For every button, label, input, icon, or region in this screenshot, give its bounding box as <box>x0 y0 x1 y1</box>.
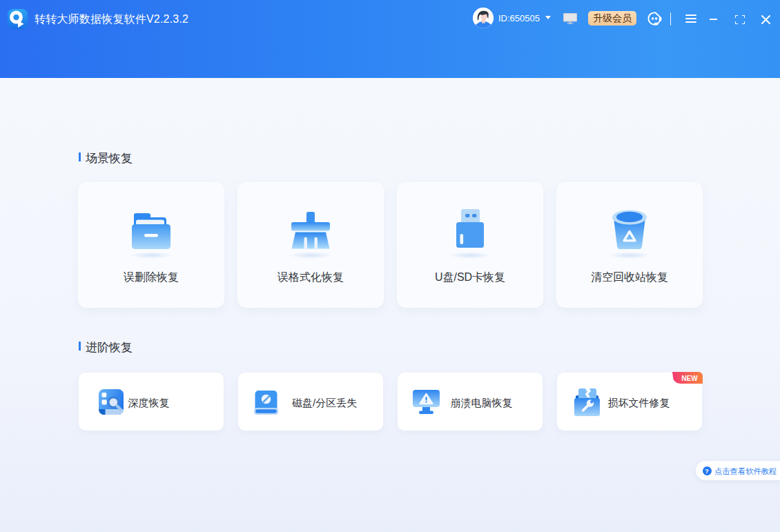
svg-text:NEW: NEW <box>681 375 698 382</box>
